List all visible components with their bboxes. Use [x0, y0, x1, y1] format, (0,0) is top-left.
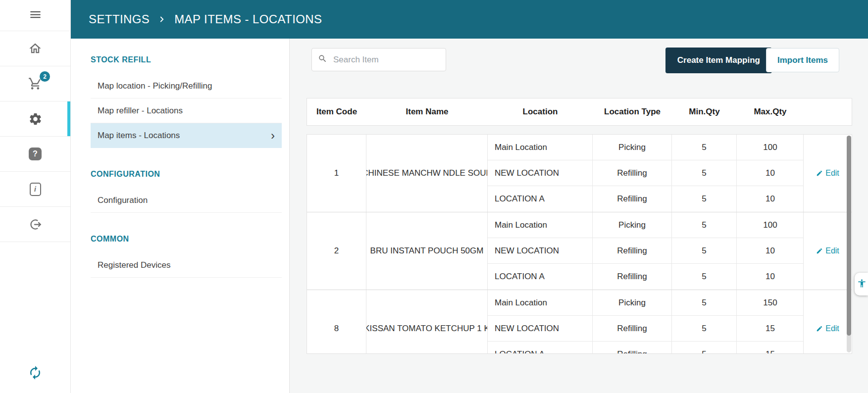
nav-item-registered-devices[interactable]: Registered Devices ›	[91, 253, 282, 278]
location-cell: LOCATION A	[488, 186, 593, 212]
min-qty-cell: 5	[672, 342, 737, 354]
edit-label: Edit	[825, 169, 839, 178]
edit-label: Edit	[825, 324, 839, 333]
max-qty-cell: 100	[737, 212, 804, 238]
settings-nav-panel: STOCK REFILL Map location - Picking/Refi…	[71, 39, 290, 393]
location-type-cell: Refilling	[593, 316, 672, 341]
location-cell: LOCATION A	[488, 342, 593, 354]
accessibility-widget[interactable]	[855, 273, 868, 295]
edit-button[interactable]: Edit	[816, 324, 839, 333]
max-qty-cell: 10	[737, 160, 804, 186]
menu-button[interactable]	[0, 0, 70, 31]
location-cell: NEW LOCATION	[488, 160, 593, 186]
nav-section-heading: CONFIGURATION	[91, 170, 282, 179]
rail-item-help[interactable]: ?	[0, 137, 70, 172]
nav-item-map-location-picking-refilling[interactable]: Map location - Picking/Refilling ›	[91, 74, 282, 98]
nav-item-map-items-locations[interactable]: Map items - Locations ›	[91, 123, 282, 148]
edit-button[interactable]: Edit	[816, 246, 839, 255]
search-input[interactable]	[332, 54, 440, 65]
search-box[interactable]	[311, 48, 446, 71]
location-rows: Main Location Picking 5 100 NEW LOCATION…	[488, 135, 804, 212]
table-rows: 1 CHINESE MANCHW NDLE SOUP Main Location…	[307, 135, 852, 354]
breadcrumb-chevron-icon	[157, 15, 166, 24]
rail-item-logout[interactable]	[0, 207, 70, 242]
rail-item-settings[interactable]	[0, 101, 70, 137]
min-qty-cell: 5	[672, 238, 737, 263]
home-icon	[28, 42, 42, 55]
breadcrumb-settings[interactable]: SETTINGS	[89, 12, 150, 26]
location-cell: Main Location	[488, 212, 593, 238]
location-rows: Main Location Picking 5 150 NEW LOCATION…	[488, 290, 804, 354]
table-scrollbar[interactable]	[847, 136, 851, 352]
icon-rail: 2 ? i	[0, 0, 71, 393]
scrollbar-thumb[interactable]	[847, 136, 851, 336]
nav-item-label: Configuration	[98, 196, 148, 205]
edit-button[interactable]: Edit	[816, 169, 839, 178]
app-root: 2 ? i SETTINGS MAP ITE	[0, 0, 868, 393]
nav-section-common: COMMON Registered Devices ›	[91, 235, 282, 278]
location-type-cell: Refilling	[593, 342, 672, 354]
location-row: Main Location Picking 5 150	[488, 290, 803, 316]
location-rows: Main Location Picking 5 100 NEW LOCATION…	[488, 212, 804, 290]
sync-button[interactable]	[0, 365, 70, 382]
location-cell: NEW LOCATION	[488, 238, 593, 263]
nav-item-label: Map location - Picking/Refilling	[98, 81, 212, 91]
location-type-cell: Picking	[593, 135, 672, 160]
max-qty-cell: 100	[737, 135, 804, 160]
item-group-row-8: 8 KISSAN TOMATO KETCHUP 1 K Main Locatio…	[307, 290, 852, 354]
nav-section-heading: STOCK REFILL	[91, 55, 282, 65]
notification-badge: 2	[40, 71, 50, 82]
location-row: LOCATION A Refilling 5 10	[488, 264, 803, 290]
sync-icon	[28, 365, 43, 382]
table-body: 1 CHINESE MANCHW NDLE SOUP Main Location…	[306, 134, 852, 354]
column-header-location: Location	[488, 107, 593, 117]
nav-section-stock-refill: STOCK REFILL Map location - Picking/Refi…	[91, 55, 282, 148]
column-header-max-qty: Max.Qty	[737, 107, 804, 117]
location-cell: Main Location	[488, 290, 593, 315]
create-item-mapping-button[interactable]: Create Item Mapping	[665, 48, 772, 73]
location-row: Main Location Picking 5 100	[488, 135, 803, 160]
nav-items: Registered Devices ›	[91, 253, 282, 278]
max-qty-cell: 150	[737, 290, 804, 315]
nav-item-configuration[interactable]: Configuration ›	[91, 188, 282, 213]
min-qty-cell: 5	[672, 160, 737, 186]
active-indicator-bar	[67, 101, 70, 136]
edit-label: Edit	[825, 246, 839, 255]
location-type-cell: Refilling	[593, 186, 672, 212]
hamburger-menu-icon	[29, 8, 42, 23]
main-content: Create Item Mapping Import Items Item Co…	[290, 39, 868, 393]
nav-section-heading: COMMON	[91, 235, 282, 244]
import-items-button[interactable]: Import Items	[766, 48, 839, 72]
min-qty-cell: 5	[672, 316, 737, 341]
info-icon: i	[30, 183, 41, 196]
location-cell: Main Location	[488, 135, 593, 160]
max-qty-cell: 10	[737, 186, 804, 212]
location-row: NEW LOCATION Refilling 5 15	[488, 316, 803, 342]
location-type-cell: Picking	[593, 290, 672, 315]
location-row: LOCATION A Refilling 5 15	[488, 342, 803, 354]
rail-item-home[interactable]	[0, 31, 70, 66]
min-qty-cell: 5	[672, 290, 737, 315]
rail-item-info[interactable]: i	[0, 172, 70, 207]
location-row: NEW LOCATION Refilling 5 10	[488, 160, 803, 186]
item-name-cell: KISSAN TOMATO KETCHUP 1 K	[366, 290, 488, 354]
min-qty-cell: 5	[672, 135, 737, 160]
item-code-cell: 2	[307, 212, 366, 290]
nav-items: Configuration ›	[91, 188, 282, 213]
help-icon: ?	[29, 147, 42, 160]
top-header: SETTINGS MAP ITEMS - LOCATIONS	[71, 0, 868, 39]
nav-item-map-refiller-locations[interactable]: Map refiller - Locations ›	[91, 98, 282, 123]
rail-item-stock-orders[interactable]: 2	[0, 66, 70, 101]
nav-items: Map location - Picking/Refilling › Map r…	[91, 74, 282, 148]
edit-cell: Edit	[804, 135, 852, 212]
item-group-row-2: 2 BRU INSTANT POUCH 50GM Main Location P…	[307, 212, 852, 290]
column-header-item-name: Item Name	[366, 107, 488, 117]
location-type-cell: Refilling	[593, 238, 672, 263]
edit-pencil-icon	[816, 247, 823, 254]
min-qty-cell: 5	[672, 212, 737, 238]
max-qty-cell: 15	[737, 316, 804, 341]
location-row: LOCATION A Refilling 5 10	[488, 186, 803, 212]
nav-item-label: Map refiller - Locations	[98, 106, 183, 116]
table-header-row: Item CodeItem NameLocationLocation TypeM…	[306, 98, 852, 126]
accessibility-icon	[857, 279, 867, 290]
